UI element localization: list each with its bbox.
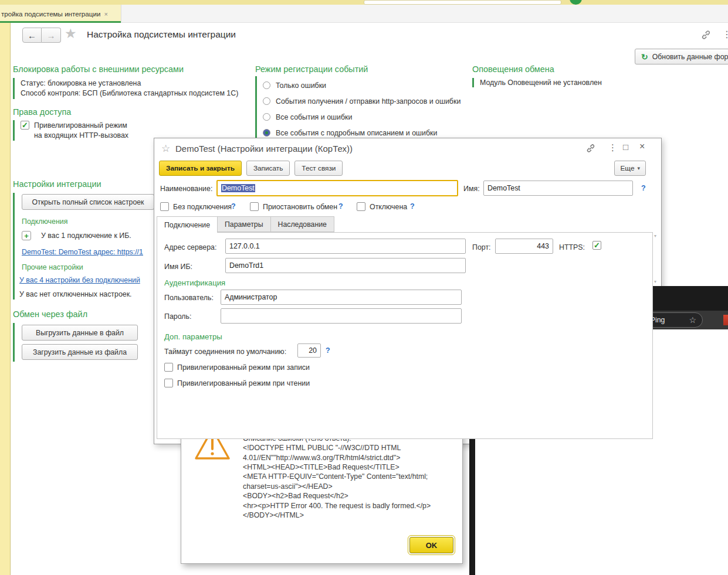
favorite-star-icon[interactable]: ★ [65,26,77,42]
error-line: <HTML><HEAD><TITLE>Bad Request</TITLE> [243,462,459,472]
disabled-checkbox[interactable] [357,202,365,211]
connection-link[interactable]: DemoTest: DemoTest адрес: https://1 [22,248,155,256]
blocking-control: Способ контроля: БСП (Библиотека стандар… [21,89,238,98]
error-line: </BODY></HTML> [243,511,459,520]
events-body: Только ошибки События получения / отправ… [255,76,460,142]
dialog-close-icon[interactable]: × [639,142,645,151]
name-field[interactable]: DemoTest [216,180,458,196]
id-help-icon[interactable]: ? [641,184,646,192]
top-panel [0,0,728,5]
notifications-body: Модуль Оповещений не установлен [472,78,602,87]
user-field[interactable]: Администратор [221,290,462,305]
timeout-help-icon[interactable]: ? [326,346,330,355]
tab-close-icon[interactable]: × [104,11,107,18]
file-exchange-heading: Обмен через файл [13,309,87,319]
suspend-exchange-checkbox[interactable] [250,202,259,211]
refresh-form-button[interactable]: ↻ Обновить данные фор [635,49,728,64]
suspend-help-icon[interactable]: ? [338,202,343,210]
export-to-file-button[interactable]: Выгрузить данные в файл [22,325,138,341]
tab-connection[interactable]: Подключение [157,216,218,233]
tab-parameters[interactable]: Параметры [218,216,271,232]
ib-name-field[interactable]: DemoTrd1 [225,258,466,273]
scroll-marker-icon[interactable]: ▾ [654,233,656,239]
settings-without-connection-link[interactable]: У вас 4 настройки без подключений [19,276,155,284]
error-line: <hr><p>HTTP Error 400. The request is ba… [243,501,459,511]
dialog-tabs: Подключение Параметры Наследование [157,216,334,233]
dialog-favorite-icon[interactable]: ☆ [161,142,170,155]
timeout-label: Таймаут соединения по умолчанию: [164,348,286,356]
id-field[interactable]: DemoTest [483,181,633,196]
disabled-help-icon[interactable]: ? [410,202,415,210]
blocking-body: Статус: блокировка не установлена Способ… [13,78,238,99]
tab-inheritance[interactable]: Наследование [271,216,334,232]
server-field[interactable]: 127.0.0.1 [225,239,466,254]
more-button[interactable]: Еще ▾ [614,161,646,176]
extension-icon[interactable] [723,315,728,325]
access-cb-label1: Привелигированный режим [34,121,128,131]
tab-integration-settings[interactable]: тройка подсистемы интеграции × [0,5,121,23]
add-connection-icon[interactable]: + [22,231,31,240]
port-field[interactable]: 443 [495,239,553,254]
sections-panel-strip[interactable] [0,23,11,575]
test-connection-button[interactable]: Тест связи [294,161,343,176]
more-button-label: Еще [620,164,634,172]
access-body: ✓ Привелигированный режим на входящих HT… [13,120,128,141]
scroll-marker-icon[interactable]: ▾ [654,279,656,284]
bookmark-star-icon[interactable]: ☆ [689,315,696,325]
auth-heading: Аудентификация [164,278,225,287]
error-line: 4.01//EN""http://www.w3.org/TR/html4/str… [243,453,459,462]
open-settings-list-button[interactable]: Открыть полный список настроек [22,194,154,210]
events-heading: Режим регистрации событий [255,64,368,74]
radio-selected-icon [263,129,270,137]
active-tab-underline [0,21,121,23]
extra-params-heading: Доп. параметры [164,332,222,341]
timeout-field[interactable]: 20 [297,343,321,358]
get-link-icon[interactable] [701,30,711,42]
radio-option-all-events[interactable]: Все события и ошибки [263,109,460,125]
save-and-close-button[interactable]: Записать и закрыть [159,161,242,176]
id-label: Имя: [463,185,480,193]
save-button[interactable]: Записать [246,161,290,176]
password-field[interactable] [221,308,462,324]
priv-read-checkbox[interactable] [164,379,173,387]
nav-buttons: ← → [22,28,61,43]
notifications-status: Модуль Оповещений не установлен [480,79,602,87]
privileged-mode-checkbox[interactable]: ✓ [21,121,29,130]
suspend-exchange-label: Приостановить обмен [263,203,337,211]
integration-body: Открыть полный список настроек Подключен… [13,193,161,300]
file-exchange-body: Выгрузить данные в файл Загрузить данные… [13,323,138,362]
screen: тройка подсистемы интеграции × ← → ★ Нас… [0,0,728,575]
radio-icon [263,113,270,121]
page-title: Настройка подсистемы интеграции [87,29,236,40]
password-label: Пароль: [164,312,191,321]
priv-write-checkbox[interactable] [164,363,173,372]
global-search-input[interactable] [364,0,561,5]
disabled-label: Отключена [370,203,407,211]
no-disabled-settings-text: У вас нет отключенных настроек. [19,290,161,298]
dialog-title: DemoTest (Настройки интеграции (КорТех)) [175,144,353,154]
ok-button[interactable]: OK [409,537,453,553]
integration-heading: Настройки интеграции [13,179,101,189]
back-icon[interactable]: ← [22,28,42,43]
port-value: 443 [537,242,549,250]
dialog-more-icon[interactable]: ⋮ [608,143,617,152]
help-icon[interactable] [570,0,582,5]
no-connection-checkbox[interactable] [160,202,169,211]
dialog-link-icon[interactable] [586,144,595,155]
error-line: <BODY><h2>Bad Request</h2> [243,491,459,501]
radio-option-errors-only[interactable]: Только ошибки [263,77,460,93]
connection-tab-panel: Адрес сервера: 127.0.0.1 Порт: 443 HTTPS… [157,232,653,439]
name-label: Наименование: [160,185,212,193]
https-checkbox[interactable]: ✓ [592,241,601,250]
refresh-icon: ↻ [641,52,648,62]
forward-icon[interactable]: → [42,28,61,43]
no-connection-help-icon[interactable]: ? [231,202,236,210]
more-menu-icon[interactable]: ⋮ [722,29,728,40]
connections-subheading: Подключения [22,217,161,226]
radio-label: Только ошибки [276,81,326,90]
import-from-file-button[interactable]: Загрузить данные из файла [22,344,138,360]
dialog-maximize-icon[interactable]: □ [623,142,628,151]
radio-option-http-events[interactable]: События получения / отправки http-запрос… [263,93,460,109]
blocking-heading: Блокировка работы с внешними ресурсами [13,64,184,74]
blocking-status: Статус: блокировка не установлена [21,79,238,89]
